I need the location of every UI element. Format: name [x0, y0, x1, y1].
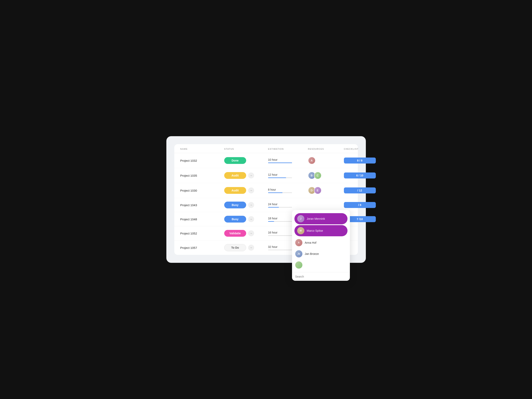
dropdown-item-avatar: Jb [295, 250, 302, 257]
estimation-label: 10 hour [268, 158, 278, 161]
dropdown-item[interactable] [292, 259, 350, 271]
dropdown-item[interactable]: MMarco Spitse [294, 225, 348, 236]
search-box[interactable] [292, 272, 350, 281]
status-arrow-button[interactable]: → [248, 202, 254, 208]
project-name: Project 1032 [180, 159, 224, 162]
person-name: Anna Hof [305, 241, 316, 244]
status-arrow-button[interactable]: → [248, 173, 254, 178]
status-arrow-button[interactable]: → [248, 245, 254, 251]
checklist-badge: 6 / 10 [344, 173, 376, 178]
table-row: Project 1035Audit→12 hourBC6 / 10 [174, 168, 358, 183]
person-name: Joran Mennink [307, 217, 325, 220]
avatar[interactable]: C [314, 172, 322, 179]
status-badge[interactable]: Busy [224, 202, 246, 208]
status-cell: Audit→ [224, 172, 268, 179]
dropdown-list: JJoran MenninkMMarco SpitseAAnna HofJbJa… [292, 213, 350, 271]
dropdown-item-avatar: A [295, 239, 302, 246]
person-name: Jan Broeze [305, 252, 319, 256]
project-name: Project 1030 [180, 189, 224, 192]
resources-cell: BC [308, 172, 344, 179]
estimation-label: 18 hour [268, 217, 278, 220]
checklist-badge: 8 / 8 [344, 157, 376, 163]
table-container: NAME STATUS ESTIMATION RESOURCES CHECKLI… [174, 144, 358, 255]
checklist-cell: 8 / 8 [344, 157, 376, 163]
resources-cell: A [308, 157, 344, 164]
table-row: Project 1030Audit→8 hourDE/ 12 [174, 183, 358, 198]
search-input[interactable] [295, 275, 347, 278]
checklist-cell: / 8 [344, 202, 376, 208]
estimation-label: 16 hour [268, 231, 278, 234]
status-badge[interactable]: Done [224, 157, 246, 164]
resources-dropdown: JJoran MenninkMMarco SpitseAAnna HofJbJa… [292, 210, 350, 281]
status-badge[interactable]: Busy [224, 216, 246, 223]
progress-bar [268, 250, 292, 250]
estimation-label: 8 hour [268, 188, 276, 191]
col-name: NAME [180, 148, 224, 150]
dropdown-item-avatar: M [297, 227, 304, 234]
project-name: Project 1035 [180, 174, 224, 177]
status-badge[interactable]: To Do [224, 244, 246, 251]
estimation-label: 24 hour [268, 203, 278, 206]
progress-bar [268, 235, 292, 236]
progress-bar [268, 162, 292, 163]
checklist-badge: / 12 [344, 187, 376, 193]
status-cell: Done [224, 157, 268, 164]
project-name: Project 1057 [180, 246, 224, 249]
dropdown-item-avatar: J [297, 215, 304, 222]
col-resources: RESOURCES [308, 148, 344, 150]
avatar[interactable]: A [308, 157, 316, 164]
col-checklist: CHECKLIST [344, 148, 376, 150]
status-arrow-button[interactable]: → [248, 187, 254, 193]
dropdown-item[interactable]: AAnna Hof [292, 237, 350, 248]
project-name: Project 1048 [180, 218, 224, 221]
estimation-cell: 24 hour [268, 203, 308, 208]
status-cell: Busy→ [224, 216, 268, 223]
estimation-cell: 10 hour [268, 158, 308, 163]
person-name: Marco Spitse [307, 229, 323, 232]
estimation-cell: 12 hour [268, 173, 308, 178]
table-header: NAME STATUS ESTIMATION RESOURCES CHECKLI… [174, 144, 358, 153]
status-cell: To Do→ [224, 244, 268, 251]
progress-fill [268, 221, 274, 222]
checklist-cell: / 12 [344, 187, 376, 193]
checklist-badge: / 8 [344, 202, 376, 208]
estimation-label: 32 hour [268, 245, 278, 249]
progress-fill [268, 207, 279, 208]
project-name: Project 1052 [180, 232, 224, 235]
avatar[interactable]: E [314, 187, 322, 194]
checklist-cell: 6 / 10 [344, 173, 376, 178]
status-cell: Validatie→ [224, 230, 268, 237]
progress-bar [268, 207, 292, 208]
estimation-cell: 8 hour [268, 188, 308, 193]
progress-bar [268, 221, 292, 222]
progress-bar [268, 193, 292, 193]
status-cell: Audit→ [224, 187, 268, 194]
status-arrow-button[interactable]: → [248, 216, 254, 222]
status-badge[interactable]: Audit [224, 187, 246, 194]
project-name: Project 1043 [180, 203, 224, 207]
progress-bar [268, 177, 292, 178]
status-badge[interactable]: Validatie [224, 230, 246, 237]
table-row: Project 1032Done10 hourA8 / 8 [174, 153, 358, 168]
dropdown-item[interactable]: JbJan Broeze [292, 248, 350, 259]
screen: NAME STATUS ESTIMATION RESOURCES CHECKLI… [166, 136, 366, 263]
progress-fill [268, 162, 292, 163]
status-cell: Busy→ [224, 202, 268, 208]
col-estimation: ESTIMATION [268, 148, 308, 150]
status-arrow-button[interactable]: → [248, 230, 254, 236]
progress-fill [268, 193, 282, 193]
progress-fill [268, 177, 286, 178]
estimation-label: 12 hour [268, 173, 278, 176]
dropdown-item[interactable]: JJoran Mennink [294, 213, 348, 224]
resources-cell: DE [308, 187, 344, 194]
col-status: STATUS [224, 148, 268, 150]
status-badge[interactable]: Audit [224, 172, 246, 179]
